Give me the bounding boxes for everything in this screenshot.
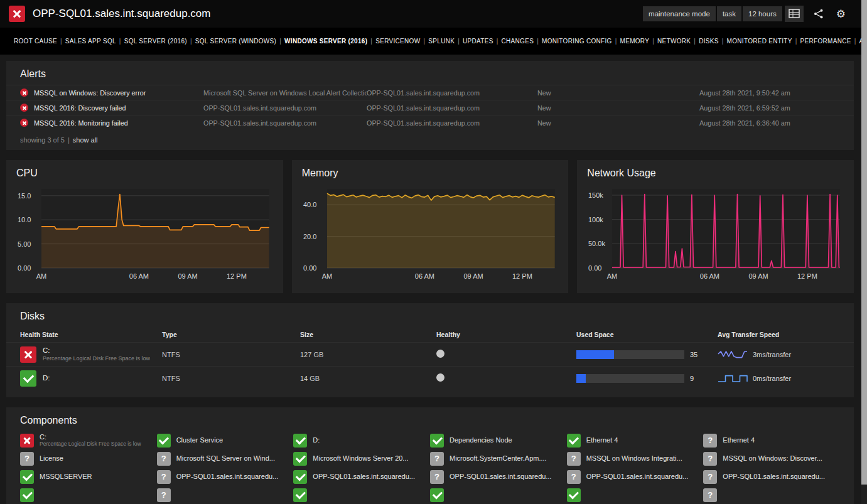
component-item[interactable]: OPP-SQL01.sales.int.squaredu... xyxy=(703,468,840,486)
nav-item-monitoring-config[interactable]: MONITORING CONFIG xyxy=(542,38,612,45)
component-item[interactable]: Cluster Service xyxy=(157,431,294,449)
alert-source: OPP-SQL01.sales.int.squaredup.com xyxy=(367,104,537,112)
svg-text:12 PM: 12 PM xyxy=(512,272,532,280)
network-chart-panel: Network Usage 0.0050.0k100k150kAM06 AM09… xyxy=(577,160,854,293)
alert-monitor: Microsoft SQL Server on Windows Local Al… xyxy=(203,89,367,97)
svg-text:06 AM: 06 AM xyxy=(129,272,149,280)
nav-item-sql-server-windows[interactable]: SQL SERVER (WINDOWS) xyxy=(195,38,276,45)
disks-table-header: Health StateTypeSizeHealthyUsed SpaceAvg… xyxy=(6,327,854,342)
export-excel-button[interactable] xyxy=(785,6,804,22)
svg-text:0.00: 0.00 xyxy=(18,264,31,272)
component-label: OPP-SQL01.sales.int.squaredu... xyxy=(450,473,552,481)
component-item[interactable]: D: xyxy=(293,431,430,449)
transfer-speed-value: 3ms/transfer xyxy=(753,351,791,358)
used-space-bar xyxy=(576,350,684,359)
charts-row: CPU 0.005.0010.015.0AM06 AM09 AM12 PM Me… xyxy=(6,160,854,293)
component-item[interactable] xyxy=(567,486,704,504)
nav-item-root-cause[interactable]: ROOT CAUSE xyxy=(14,38,57,45)
alert-row[interactable]: MSSQL 2016: Discovery failed OPP-SQL01.s… xyxy=(6,100,854,115)
component-item[interactable]: OPP-SQL01.sales.int.squaredu... xyxy=(157,468,294,486)
critical-icon xyxy=(20,119,28,127)
nav-separator: | xyxy=(694,38,696,45)
alert-row[interactable]: MSSQL on Windows: Discovery error Micros… xyxy=(6,85,854,100)
nav-item-servicenow[interactable]: SERVICENOW xyxy=(375,38,420,45)
share-button[interactable] xyxy=(811,6,826,21)
component-label: OPP-SQL01.sales.int.squaredu... xyxy=(313,473,415,481)
svg-text:50.0k: 50.0k xyxy=(588,240,605,247)
disk-row[interactable]: D: NTFS 14 GB 9 0ms/transfer xyxy=(6,366,854,390)
component-item[interactable]: Ethernet 4 xyxy=(567,431,704,449)
component-item[interactable]: Dependencies Node xyxy=(430,431,567,449)
scrollbar-thumb[interactable] xyxy=(861,0,867,485)
disks-title: Disks xyxy=(6,311,854,322)
component-item[interactable]: Microsoft.SystemCenter.Apm.... xyxy=(430,449,567,468)
component-item[interactable]: OPP-SQL01.sales.int.squaredu... xyxy=(293,468,430,486)
disk-name: C: xyxy=(43,346,150,355)
nav-item-updates[interactable]: UPDATES xyxy=(463,38,493,45)
component-item[interactable]: Microsoft SQL Server on Wind... xyxy=(157,449,294,468)
disks-column-header: Health State xyxy=(20,331,162,338)
nav-item-windows-server-2016[interactable]: WINDOWS SERVER (2016) xyxy=(284,38,367,45)
component-item[interactable]: MSSQL on Windows Integrati... xyxy=(567,449,704,468)
unknown-icon xyxy=(157,452,171,466)
network-chart: 0.0050.0k100k150kAM06 AM09 AM12 PM xyxy=(587,184,844,282)
nav-item-monitored-entity[interactable]: MONITORED ENTITY xyxy=(727,38,792,45)
unknown-icon xyxy=(567,452,581,466)
nav-separator: | xyxy=(190,38,192,45)
component-item[interactable] xyxy=(293,486,430,504)
component-item[interactable]: OPP-SQL01.sales.int.squaredu... xyxy=(430,468,567,486)
titlebar-button-12-hours[interactable]: 12 hours xyxy=(743,6,782,21)
disks-column-header: Used Space xyxy=(576,331,718,338)
healthy-icon xyxy=(293,434,307,448)
alert-name: MSSQL 2016: Discovery failed xyxy=(34,104,126,112)
critical-icon xyxy=(20,434,34,448)
svg-text:AM: AM xyxy=(36,272,47,280)
titlebar-button-maintenance-mode[interactable]: maintenance mode xyxy=(643,6,716,21)
nav-item-sql-server-2016[interactable]: SQL SERVER (2016) xyxy=(124,38,187,45)
disk-row[interactable]: C:Percentage Logical Disk Free Space is … xyxy=(6,342,854,366)
nav-item-changes[interactable]: CHANGES xyxy=(502,38,534,45)
titlebar: OPP-SQL01.sales.int.squaredup.com mainte… xyxy=(0,0,867,28)
svg-text:12 PM: 12 PM xyxy=(227,272,247,280)
component-label: MSSQL on Windows: Discover... xyxy=(723,454,822,463)
nav-item-sales-app-sql[interactable]: SALES APP SQL xyxy=(65,38,116,45)
component-item[interactable] xyxy=(430,486,567,504)
alert-row[interactable]: MSSQL 2016: Monitoring failed OPP-SQL01.… xyxy=(6,115,854,130)
health-state-critical-icon xyxy=(9,6,25,22)
component-item[interactable]: MSSQLSERVER xyxy=(20,468,157,486)
unknown-icon xyxy=(703,434,717,448)
settings-button[interactable]: ⚙ xyxy=(834,6,848,22)
nav-item-performance[interactable]: PERFORMANCE xyxy=(800,38,851,45)
component-label: Ethernet 4 xyxy=(723,436,755,444)
component-label: Dependencies Node xyxy=(450,436,512,444)
component-item[interactable]: Microsoft Windows Server 20... xyxy=(293,449,430,468)
component-item[interactable] xyxy=(703,486,840,504)
component-item[interactable] xyxy=(20,486,157,504)
nav-item-memory[interactable]: MEMORY xyxy=(620,38,650,45)
nav-item-splunk[interactable]: SPLUNK xyxy=(428,38,455,45)
cpu-chart-title: CPU xyxy=(16,168,273,179)
nav-separator: | xyxy=(795,38,797,45)
component-item[interactable]: License xyxy=(20,449,157,468)
nav-separator: | xyxy=(60,38,62,45)
svg-text:150k: 150k xyxy=(588,191,603,199)
component-note: Percentage Logical Disk Free Space is lo… xyxy=(40,441,141,448)
nav-separator: | xyxy=(854,38,856,45)
healthy-icon xyxy=(293,470,307,484)
svg-text:40.0: 40.0 xyxy=(303,201,316,208)
alerts-count-summary: showing 3 of 5 xyxy=(20,136,65,144)
nav-item-network[interactable]: NETWORK xyxy=(657,38,691,45)
show-all-link[interactable]: show all xyxy=(73,136,98,144)
nav-item-disks[interactable]: DISKS xyxy=(699,38,719,45)
alerts-title: Alerts xyxy=(6,68,854,80)
component-item[interactable]: Ethernet 4 xyxy=(703,431,840,449)
component-item[interactable]: C: Percentage Logical Disk Free Space is… xyxy=(20,431,157,449)
unknown-icon xyxy=(703,452,717,466)
component-item[interactable] xyxy=(157,486,294,504)
titlebar-button-task[interactable]: task xyxy=(717,6,741,21)
component-label: Microsoft.SystemCenter.Apm.... xyxy=(450,454,547,463)
vertical-scrollbar[interactable] xyxy=(861,0,867,504)
alert-name: MSSQL 2016: Monitoring failed xyxy=(34,119,128,127)
component-item[interactable]: MSSQL on Windows: Discover... xyxy=(703,449,840,468)
component-item[interactable]: OPP-SQL01.sales.int.squaredu... xyxy=(567,468,704,486)
